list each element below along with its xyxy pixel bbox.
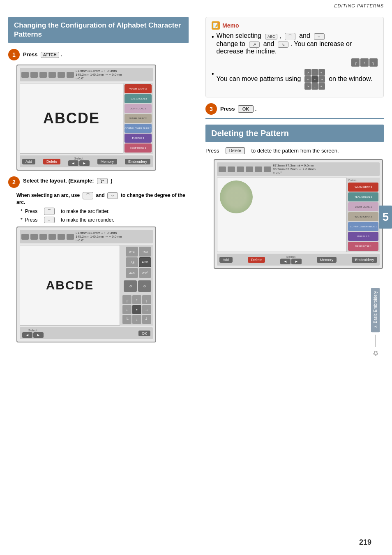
move-r: → [318, 76, 325, 83]
header-title: EDITING PATTERNS [334, 3, 384, 8]
panel-btn-6[interactable]: PURPLE 3 [125, 134, 152, 143]
embroidery-btn-del[interactable]: Embroidery [352, 257, 377, 263]
delete-btn-1[interactable]: Delete [43, 159, 60, 164]
dir-topleft[interactable]: ┌ [122, 295, 131, 304]
step2-circle: 2 [8, 176, 20, 188]
dir-right[interactable]: → [142, 305, 151, 314]
delete-key[interactable]: Delete [226, 147, 245, 154]
settings-icon-del [237, 166, 244, 172]
dir-botleft[interactable]: └ [122, 315, 131, 324]
del-color-4[interactable]: WARM GRAY 2 [348, 212, 378, 221]
abcde-display-2: ABCDE [46, 278, 94, 292]
prev-btn-del[interactable]: ◄ [280, 259, 291, 264]
move-t: ↑ [311, 69, 318, 76]
embroidery-btn-1[interactable]: Embroidery [125, 159, 150, 164]
machine-screen-delete: 87.3mm 87.3mm ± + 0.0mm 89.2mm 89.2mm ↔ … [214, 159, 383, 269]
sidebar-area: ✂ Basic Embroidery ✿ [371, 288, 380, 357]
left-column: Changing the Configuration of Alphabet C… [0, 10, 197, 354]
prev-btn-1[interactable]: ◄ [68, 160, 78, 166]
sidebar-icon-bottom: ✿ [371, 349, 379, 357]
circle-arc2: ⌣ [314, 33, 325, 40]
add-btn-1[interactable]: Add [22, 159, 35, 164]
layout-btn-num4[interactable]: A4B [126, 268, 138, 278]
dir-botright[interactable]: ┘ [142, 315, 151, 324]
screen2-body: ABCDE A+B ↑AB ↑AB A⟲B A4B A⟲° [20, 245, 153, 326]
layout-btn-arc2[interactable]: A⟲° [139, 268, 151, 278]
machine-stats-2: 31.9mm 31.9mm ± + 0.0mm 145.2mm 145.2mm … [76, 231, 151, 242]
arc-decrease-btn[interactable]: ⟲ [124, 280, 137, 292]
color-panel-label: Colors [348, 179, 378, 182]
slope1-icon: ↗ [249, 42, 260, 48]
camera-icon-del [219, 166, 226, 172]
abcde-display: ABCDE [43, 110, 100, 127]
bullet1: * Press ⌒ to make the arc flatter. [21, 208, 189, 215]
layout-panel: A+B ↑AB ↑AB A⟲B A4B A⟲° ⟲ ⟳ [120, 245, 153, 326]
dir-topright[interactable]: ┐ [142, 295, 151, 304]
layout-btn-normal[interactable]: A+B [126, 247, 138, 257]
panel-btn-3[interactable]: LIGHT LILAC 1 [125, 104, 152, 113]
dir-bot[interactable]: ↓ [132, 315, 141, 324]
machine-top-bar-1: 31.9mm 31.9mm ± + 0.0mm 145.2mm 145.2mm … [20, 68, 153, 81]
memo-item-2: • You can move patterns using ┌ ↑ ┐ ← • … [212, 69, 378, 90]
memo-item-1: • When selecting ABC , ⌒ and ⌣ change to… [212, 32, 378, 55]
move-tr: ┐ [318, 69, 325, 76]
del-canvas [217, 178, 347, 252]
move-l: ← [304, 76, 311, 83]
select-group-del: Select ◄ ► [280, 255, 302, 264]
layout-btn-arc1[interactable]: A⟲B [139, 257, 151, 267]
panel-btn-4[interactable]: WARM GRAY 2 [125, 114, 152, 123]
del-color-7[interactable]: DEEP ROSE 1 [348, 242, 378, 251]
delete-btn-del[interactable]: Delete [248, 257, 265, 263]
direction-arrows-visual: ┌ ↑ ┐ [212, 58, 378, 67]
del-color-2[interactable]: TEAL GREEN 3 [348, 192, 378, 201]
del-color-5[interactable]: CORNFLOWER BLUE 1 [348, 222, 378, 231]
layout-btn-left1[interactable]: ↑AB [126, 257, 138, 267]
machine-bottom-bar-del: Add Delete Select ◄ ► Memory Embroidery [217, 254, 380, 266]
next-btn-1[interactable]: ► [79, 160, 90, 166]
ok-button[interactable]: OK [238, 105, 254, 113]
attach-button[interactable]: ATTCH [41, 52, 59, 58]
step2-section: 2 Select the layout. (Example: ⤵ᵃ ) When… [8, 176, 189, 223]
add-btn-del[interactable]: Add [219, 257, 233, 263]
step2-row: 2 Select the layout. (Example: ⤵ᵃ ) [8, 176, 189, 188]
del-color-3[interactable]: LIGHT LILAC 1 [348, 202, 378, 211]
del-screen-body: Colors WARM GRAY 3 TEAL GREEN 3 LIGHT LI… [217, 178, 380, 252]
machine-canvas-2: ABCDE [20, 245, 120, 326]
memory-btn-del[interactable]: Memory [317, 257, 337, 263]
arc-increase-btn[interactable]: ⟳ [138, 280, 151, 292]
dir-left[interactable]: ← [122, 305, 131, 314]
next-btn-del[interactable]: ► [291, 259, 302, 264]
next-btn-2[interactable]: ► [33, 332, 44, 338]
right-column: 📝 Memo • When selecting ABC , ⌒ and ⌣ ch… [197, 10, 392, 354]
select-group-1: Select ◄ ► [68, 157, 90, 166]
del-color-1[interactable]: WARM GRAY 3 [348, 183, 378, 192]
machine-bottom-bar-2: Select ◄ ► OK [20, 327, 153, 339]
dir-center[interactable]: • [132, 305, 141, 314]
lock-icon [58, 72, 65, 78]
panel-btn-5[interactable]: CORNFLOWER BLUE 1 [125, 124, 152, 133]
machine-top-bar-del: 87.3mm 87.3mm ± + 0.0mm 89.2mm 89.2mm ↔ … [217, 162, 380, 176]
deleting-desc: Press Delete to delete the pattern from … [205, 147, 384, 154]
dir-top[interactable]: ↑ [132, 295, 141, 304]
del-color-6[interactable]: PURPLE 3 [348, 232, 378, 241]
flower-pattern [220, 180, 253, 213]
embroidery-tab: ✂ Basic Embroidery [371, 288, 380, 332]
move-b: ↓ [311, 83, 318, 90]
deleting-heading: Deleting the Pattern [205, 125, 384, 142]
prev-btn-2[interactable]: ◄ [22, 332, 32, 338]
panel-buttons-1: WARM GRAY 3 TEAL GREEN 3 LIGHT LILAC 1 W… [123, 83, 153, 154]
panel-btn-2[interactable]: TEAL GREEN 3 [125, 94, 152, 103]
panel-btn-7[interactable]: DEEP ROSE 1 [125, 143, 152, 153]
machine-canvas-1: ABCDE [20, 83, 123, 154]
step3-row: 3 Press OK . [205, 103, 384, 115]
memory-btn-1[interactable]: Memory [97, 159, 118, 164]
machine-screen-2: 31.9mm 31.9mm ± + 0.0mm 145.2mm 145.2mm … [16, 227, 156, 342]
memo-title: 📝 Memo [212, 21, 378, 30]
layout-btn-up1[interactable]: ↑AB [139, 247, 151, 257]
sound-icon-del [246, 166, 253, 172]
memo-icon: 📝 [212, 21, 220, 30]
page-header: EDITING PATTERNS [0, 0, 392, 10]
lock-icon-2 [58, 234, 65, 240]
panel-btn-1[interactable]: WARM GRAY 3 [125, 84, 152, 93]
ok-btn-screen2[interactable]: OK [138, 331, 150, 336]
